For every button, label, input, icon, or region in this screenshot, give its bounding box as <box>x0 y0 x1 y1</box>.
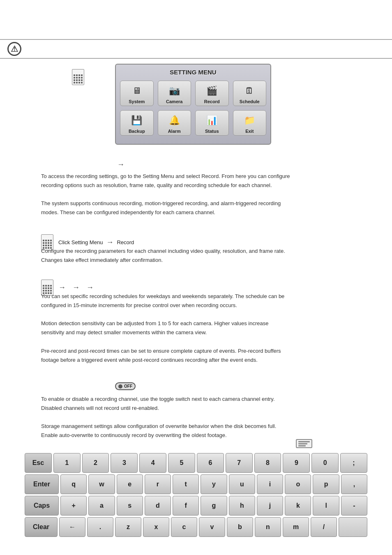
key-slash[interactable]: / <box>311 517 337 537</box>
key-backspace[interactable]: ← <box>59 517 85 537</box>
exit-icon: 📁 <box>242 114 257 127</box>
record-label: Record <box>204 99 220 104</box>
key-dash[interactable]: - <box>341 496 367 516</box>
key-esc[interactable]: Esc <box>25 453 52 473</box>
key-x[interactable]: x <box>143 517 169 537</box>
alarm-label: Alarm <box>168 129 181 134</box>
menu-item-status[interactable]: 📊 Status <box>195 110 229 136</box>
warning-icon: ⚠ <box>7 42 21 56</box>
system-label: System <box>129 99 145 104</box>
key-g[interactable]: g <box>201 496 227 516</box>
exit-label: Exit <box>245 129 254 134</box>
step2-text: Click Setting Menu <box>58 239 103 245</box>
setting-menu-title: SETTING MENU <box>120 69 266 76</box>
body-text-3: You can set specific recording schedules… <box>41 292 349 365</box>
menu-item-system[interactable]: 🖥 System <box>120 81 154 106</box>
keyboard-row-4: Clear ← . z x c v b n m / <box>25 517 367 537</box>
step3-arrow2: → <box>72 283 80 292</box>
system-icon: 🖥 <box>129 84 145 97</box>
camera-icon: 📷 <box>166 84 182 97</box>
keyboard-row-3: Caps + a s d f g h j k l - <box>25 496 367 516</box>
key-l[interactable]: l <box>313 496 339 516</box>
toggle-icon-area: OFF <box>115 382 136 390</box>
key-n[interactable]: n <box>255 517 281 537</box>
backup-icon: 💾 <box>129 114 145 127</box>
key-k[interactable]: k <box>285 496 311 516</box>
key-p[interactable]: p <box>313 474 339 494</box>
key-2[interactable]: 2 <box>82 453 109 473</box>
toggle-switch[interactable]: OFF <box>115 382 136 390</box>
key-e[interactable]: e <box>117 474 143 494</box>
key-m[interactable]: m <box>283 517 309 537</box>
key-u[interactable]: u <box>229 474 255 494</box>
key-b[interactable]: b <box>227 517 253 537</box>
key-v[interactable]: v <box>199 517 225 537</box>
key-space[interactable] <box>339 517 367 537</box>
key-6[interactable]: 6 <box>197 453 224 473</box>
menu-item-backup[interactable]: 💾 Backup <box>120 110 154 136</box>
key-t[interactable]: t <box>173 474 199 494</box>
body-text-4: To enable or disable a recording channel… <box>41 395 349 440</box>
key-j[interactable]: j <box>257 496 283 516</box>
schedule-icon: 🗓 <box>242 84 257 97</box>
key-h[interactable]: h <box>229 496 255 516</box>
warning-bar: ⚠ <box>0 39 392 59</box>
key-q[interactable]: q <box>60 474 87 494</box>
key-plus[interactable]: + <box>60 496 87 516</box>
key-clear[interactable]: Clear <box>25 517 58 537</box>
key-y[interactable]: y <box>201 474 227 494</box>
status-label: Status <box>205 129 219 134</box>
menu-item-schedule[interactable]: 🗓 Schedule <box>233 81 267 106</box>
menu-item-record[interactable]: 🎬 Record <box>195 81 229 106</box>
keyboard-section: Esc 1 2 3 4 5 6 7 8 9 0 ; Enter q w e r … <box>25 453 367 539</box>
key-d[interactable]: d <box>145 496 171 516</box>
key-w[interactable]: w <box>88 474 115 494</box>
key-1[interactable]: 1 <box>53 453 81 473</box>
menu-item-exit[interactable]: 📁 Exit <box>233 110 267 136</box>
step3-arrow1: → <box>58 283 66 292</box>
key-3[interactable]: 3 <box>111 453 138 473</box>
key-i[interactable]: i <box>257 474 283 494</box>
key-enter[interactable]: Enter <box>25 474 59 494</box>
camera-label: Camera <box>166 99 182 104</box>
step2-arrow: → <box>106 238 113 247</box>
keyboard-icon-area <box>296 439 312 448</box>
key-f[interactable]: f <box>173 496 199 516</box>
key-7[interactable]: 7 <box>226 453 253 473</box>
key-8[interactable]: 8 <box>254 453 281 473</box>
step2-record: Record <box>117 239 134 245</box>
step1-arrow: → <box>117 160 125 169</box>
body-text-2: Configure the recording parameters for e… <box>41 247 349 265</box>
step3-arrow3: → <box>86 283 94 292</box>
menu-row-2: 💾 Backup 🔔 Alarm 📊 Status 📁 Exit <box>120 110 266 136</box>
menu-row-1: 🖥 System 📷 Camera 🎬 Record 🗓 Schedule <box>120 81 266 106</box>
key-z[interactable]: z <box>115 517 141 537</box>
key-0[interactable]: 0 <box>311 453 339 473</box>
schedule-label: Schedule <box>240 99 260 104</box>
record-icon: 🎬 <box>204 84 220 97</box>
alarm-icon: 🔔 <box>166 114 182 127</box>
key-4[interactable]: 4 <box>139 453 166 473</box>
setting-menu-box: SETTING MENU 🖥 System 📷 Camera 🎬 Record … <box>115 64 271 145</box>
key-semicolon[interactable]: ; <box>340 453 367 473</box>
menu-icon-ref1 <box>72 69 86 85</box>
key-5[interactable]: 5 <box>168 453 195 473</box>
backup-label: Backup <box>129 129 145 134</box>
key-r[interactable]: r <box>145 474 171 494</box>
key-period[interactable]: . <box>87 517 113 537</box>
key-caps[interactable]: Caps <box>25 496 59 516</box>
key-c[interactable]: c <box>171 517 197 537</box>
keyboard-row-1: Esc 1 2 3 4 5 6 7 8 9 0 ; <box>25 453 367 473</box>
menu-item-camera[interactable]: 📷 Camera <box>158 81 191 106</box>
body-text-1: To access the recording settings, go to … <box>41 172 349 217</box>
key-a[interactable]: a <box>88 496 115 516</box>
key-o[interactable]: o <box>285 474 311 494</box>
key-9[interactable]: 9 <box>283 453 310 473</box>
key-comma[interactable]: , <box>341 474 367 494</box>
menu-item-alarm[interactable]: 🔔 Alarm <box>158 110 191 136</box>
keyboard-row-2: Enter q w e r t y u i o p , <box>25 474 367 494</box>
key-s[interactable]: s <box>117 496 143 516</box>
status-icon: 📊 <box>204 114 220 127</box>
keyboard-icon <box>296 439 312 448</box>
